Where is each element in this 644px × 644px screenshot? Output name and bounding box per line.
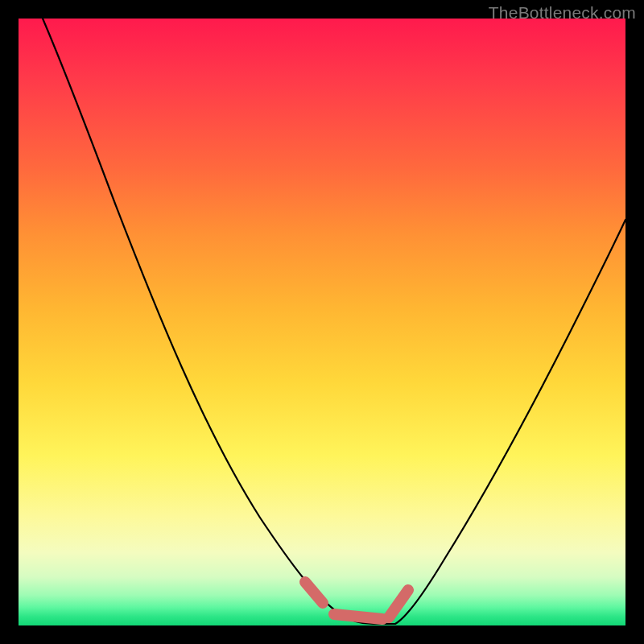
marker-segment-right [389, 590, 408, 617]
bottleneck-curve [19, 19, 625, 625]
chart-frame: TheBottleneck.com [0, 0, 644, 644]
marker-segment-mid [334, 614, 382, 619]
curve-path [43, 19, 625, 624]
plot-area [19, 19, 625, 625]
marker-segment-left [305, 582, 323, 603]
watermark-text: TheBottleneck.com [489, 3, 636, 23]
